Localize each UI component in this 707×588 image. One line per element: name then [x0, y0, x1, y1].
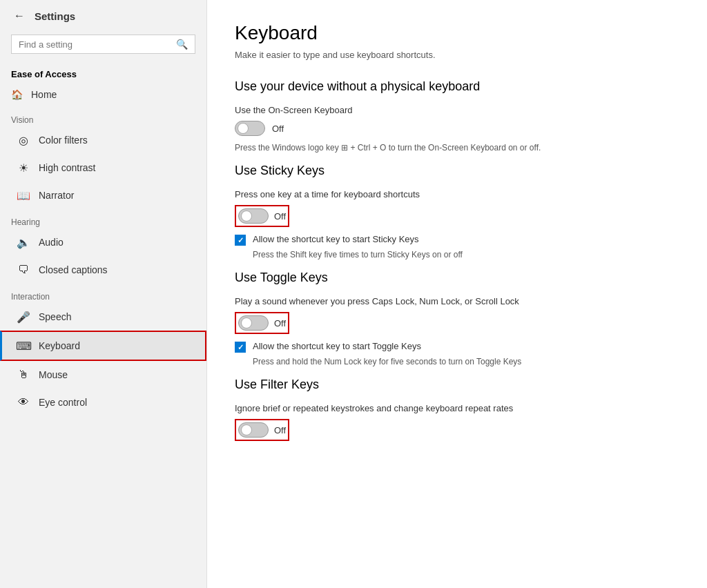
sticky-keys-toggle[interactable] [238, 208, 269, 224]
sticky-keys-knob [241, 210, 252, 222]
on-screen-keyboard-label: Use the On-Screen Keyboard [235, 105, 679, 115]
sidebar-item-closed-captions[interactable]: 🗨 Closed captions [0, 256, 206, 284]
home-icon: 🏠 [11, 89, 23, 100]
sidebar-item-mouse[interactable]: 🖱 Mouse [0, 361, 206, 389]
toggle-keys-checkbox[interactable] [235, 342, 246, 353]
toggle-keys-checkbox-hint: Press and hold the Num Lock key for five… [253, 357, 679, 366]
back-icon: ← [14, 10, 25, 22]
sidebar-item-color-filters[interactable]: ◎ Color filters [0, 126, 206, 154]
toggle-keys-setting-label: Play a sound whenever you press Caps Loc… [235, 296, 679, 306]
interaction-category-label: Interaction [0, 284, 206, 303]
eye-control-label: Eye control [39, 397, 87, 408]
search-box[interactable]: 🔍 [11, 35, 195, 54]
toggle-keys-checkbox-row: Allow the shortcut key to start Toggle K… [235, 341, 679, 353]
section-title-sticky-keys: Use Sticky Keys [235, 164, 679, 178]
on-screen-keyboard-toggle[interactable] [235, 121, 265, 136]
toggle-keys-toggle-row: Off [235, 312, 679, 334]
sticky-keys-checkbox[interactable] [235, 235, 246, 246]
closed-captions-label: Closed captions [39, 264, 108, 275]
sidebar-item-home[interactable]: 🏠 Home [0, 82, 206, 107]
toggle-keys-checkbox-label: Allow the shortcut key to start Toggle K… [253, 341, 421, 351]
sidebar: ← Settings 🔍 Ease of Access 🏠 Home Visio… [0, 0, 207, 588]
vision-category-label: Vision [0, 107, 206, 126]
sidebar-item-audio[interactable]: 🔈 Audio [0, 228, 206, 256]
sticky-keys-checkbox-row: Allow the shortcut key to start Sticky K… [235, 234, 679, 246]
audio-label: Audio [39, 237, 64, 248]
back-button[interactable]: ← [11, 7, 28, 25]
toggle-keys-toggle-text: Off [274, 318, 286, 329]
section-title-on-screen-keyboard: Use your device without a physical keybo… [235, 79, 679, 94]
high-contrast-icon: ☀ [17, 161, 30, 175]
home-label: Home [31, 89, 57, 100]
sticky-keys-checkbox-label: Allow the shortcut key to start Sticky K… [253, 234, 419, 244]
search-input[interactable] [19, 39, 176, 50]
narrator-icon: 📖 [17, 188, 30, 202]
settings-title: Settings [35, 10, 75, 22]
filter-keys-toggle-text: Off [274, 425, 286, 435]
color-filters-icon: ◎ [17, 133, 30, 147]
page-subtitle: Make it easier to type and use keyboard … [235, 50, 679, 60]
hearing-category-label: Hearing [0, 209, 206, 228]
filter-keys-toggle[interactable] [238, 422, 269, 438]
eye-control-icon: 👁 [17, 395, 30, 409]
sidebar-header: ← Settings [0, 0, 206, 32]
toggle-keys-knob [241, 317, 252, 329]
sidebar-item-high-contrast[interactable]: ☀ High contrast [0, 154, 206, 182]
sidebar-item-speech[interactable]: 🎤 Speech [0, 303, 206, 331]
sticky-keys-toggle-row: Off [235, 205, 679, 227]
filter-keys-toggle-row: Off [235, 419, 679, 441]
sidebar-item-keyboard[interactable]: ⌨ Keyboard [0, 331, 206, 361]
filter-keys-highlighted-box: Off [235, 419, 289, 441]
on-screen-keyboard-toggle-label: Off [272, 124, 284, 134]
toggle-keys-highlighted-box: Off [235, 312, 289, 334]
on-screen-keyboard-hint: Press the Windows logo key ⊞ + Ctrl + O … [235, 143, 649, 153]
closed-captions-icon: 🗨 [17, 263, 30, 277]
mouse-icon: 🖱 [17, 368, 30, 382]
color-filters-label: Color filters [39, 135, 88, 146]
audio-icon: 🔈 [17, 235, 30, 249]
main-content: Keyboard Make it easier to type and use … [207, 0, 707, 588]
mouse-label: Mouse [39, 369, 68, 380]
sidebar-item-eye-control[interactable]: 👁 Eye control [0, 389, 206, 416]
filter-keys-setting-label: Ignore brief or repeated keystrokes and … [235, 403, 679, 413]
section-title-toggle-keys: Use Toggle Keys [235, 271, 679, 285]
on-screen-keyboard-toggle-row: Off [235, 121, 679, 136]
search-icon: 🔍 [176, 39, 188, 50]
on-screen-keyboard-knob [238, 123, 249, 134]
speech-icon: 🎤 [17, 310, 30, 324]
keyboard-label: Keyboard [39, 340, 80, 351]
sidebar-item-narrator[interactable]: 📖 Narrator [0, 182, 206, 209]
section-title-filter-keys: Use Filter Keys [235, 378, 679, 392]
keyboard-icon: ⌨ [17, 339, 30, 353]
page-title: Keyboard [235, 22, 679, 44]
ease-access-label: Ease of Access [0, 62, 206, 82]
toggle-keys-toggle[interactable] [238, 315, 269, 331]
filter-keys-knob [241, 424, 252, 435]
high-contrast-label: High contrast [39, 162, 95, 173]
narrator-label: Narrator [39, 190, 74, 201]
sticky-keys-toggle-label: Press one key at a time for keyboard sho… [235, 189, 679, 199]
sticky-keys-toggle-text: Off [274, 211, 286, 222]
sticky-keys-checkbox-hint: Press the Shift key five times to turn S… [253, 250, 679, 259]
sticky-keys-highlighted-box: Off [235, 205, 289, 227]
speech-label: Speech [39, 311, 71, 322]
